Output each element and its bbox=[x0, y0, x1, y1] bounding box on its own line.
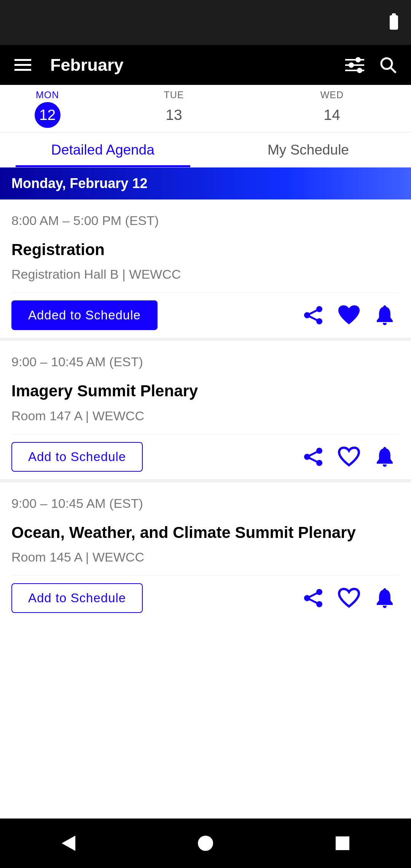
search-button[interactable] bbox=[373, 50, 403, 80]
day-tab-mon[interactable]: MON 12 bbox=[0, 85, 95, 132]
heart-outline-icon bbox=[338, 446, 360, 468]
session-title: Ocean, Weather, and Climate Summit Plena… bbox=[11, 523, 400, 542]
schedule-button[interactable]: Add to Schedule bbox=[11, 442, 143, 472]
svg-line-24 bbox=[307, 592, 319, 598]
session-actions: Added to Schedule bbox=[11, 292, 400, 338]
tab-detailed-agenda[interactable]: Detailed Agenda bbox=[0, 132, 206, 167]
session-time: 9:00 – 10:45 AM (EST) bbox=[11, 354, 400, 369]
session-time: 8:00 AM – 5:00 PM (EST) bbox=[11, 213, 400, 228]
svg-point-6 bbox=[349, 63, 353, 67]
session-list: 8:00 AM – 5:00 PM (EST) Registration Reg… bbox=[0, 199, 411, 621]
session-location: Room 147 A | WEWCC bbox=[11, 408, 400, 423]
session-time: 9:00 – 10:45 AM (EST) bbox=[11, 496, 400, 511]
svg-point-9 bbox=[381, 58, 392, 69]
day-label: WED bbox=[320, 89, 344, 101]
favorite-button[interactable] bbox=[336, 303, 362, 328]
session-actions: Add to Schedule bbox=[11, 434, 400, 479]
reminder-button[interactable] bbox=[372, 444, 397, 469]
day-number: 12 bbox=[35, 102, 61, 128]
svg-rect-1 bbox=[14, 64, 31, 66]
home-button[interactable] bbox=[194, 832, 217, 855]
circle-home-icon bbox=[198, 836, 213, 851]
session-location: Room 145 A | WEWCC bbox=[11, 550, 400, 565]
bell-icon bbox=[375, 587, 394, 609]
app-title: February bbox=[38, 55, 339, 75]
session-title: Imagery Summit Plenary bbox=[11, 381, 400, 400]
day-label: MON bbox=[36, 89, 59, 101]
svg-rect-27 bbox=[336, 836, 349, 850]
reminder-button[interactable] bbox=[372, 303, 397, 328]
svg-line-14 bbox=[307, 309, 319, 315]
share-button[interactable] bbox=[301, 303, 326, 328]
share-icon bbox=[303, 305, 324, 326]
recent-button[interactable] bbox=[331, 832, 354, 855]
session-location: Registration Hall B | WEWCC bbox=[11, 267, 400, 282]
date-header: Monday, February 12 bbox=[0, 168, 411, 199]
back-button[interactable] bbox=[57, 832, 80, 855]
day-label: TUE bbox=[164, 89, 184, 101]
session-title: Registration bbox=[11, 240, 400, 259]
battery-icon bbox=[390, 15, 398, 30]
svg-line-15 bbox=[307, 315, 319, 321]
view-tabs: Detailed Agenda My Schedule bbox=[0, 132, 411, 168]
day-tab-wed[interactable]: WED 14 bbox=[253, 85, 411, 132]
session-actions: Add to Schedule bbox=[11, 575, 400, 621]
svg-rect-2 bbox=[14, 69, 31, 71]
day-number: 14 bbox=[319, 102, 345, 128]
bell-icon bbox=[375, 446, 394, 468]
svg-point-4 bbox=[356, 58, 360, 62]
day-number: 13 bbox=[161, 102, 187, 128]
svg-line-25 bbox=[307, 598, 319, 604]
favorite-button[interactable] bbox=[336, 586, 362, 611]
tab-my-schedule[interactable]: My Schedule bbox=[206, 132, 411, 167]
schedule-button[interactable]: Add to Schedule bbox=[11, 583, 143, 613]
menu-button[interactable] bbox=[8, 50, 38, 80]
svg-point-26 bbox=[198, 836, 213, 851]
svg-line-10 bbox=[391, 68, 396, 73]
session-card[interactable]: 9:00 – 10:45 AM (EST) Imagery Summit Ple… bbox=[0, 341, 411, 479]
share-button[interactable] bbox=[301, 586, 326, 611]
day-tab-tue[interactable]: TUE 13 bbox=[95, 85, 253, 132]
svg-line-20 bbox=[307, 457, 319, 463]
search-icon bbox=[379, 56, 397, 74]
heart-outline-icon bbox=[338, 587, 360, 609]
hamburger-icon bbox=[14, 59, 31, 71]
favorite-button[interactable] bbox=[336, 444, 362, 469]
reminder-button[interactable] bbox=[372, 586, 397, 611]
status-bar bbox=[0, 0, 411, 45]
svg-rect-0 bbox=[14, 59, 31, 61]
schedule-button[interactable]: Added to Schedule bbox=[11, 300, 158, 330]
square-recent-icon bbox=[336, 836, 349, 850]
triangle-back-icon bbox=[62, 836, 75, 851]
share-icon bbox=[303, 446, 324, 468]
svg-point-8 bbox=[358, 69, 362, 72]
app-bar: February bbox=[0, 45, 411, 85]
bell-icon bbox=[375, 305, 394, 326]
day-tabs: MON 12 TUE 13 WED 14 bbox=[0, 85, 411, 132]
session-card[interactable]: 8:00 AM – 5:00 PM (EST) Registration Reg… bbox=[0, 199, 411, 338]
share-icon bbox=[303, 587, 324, 609]
filter-button[interactable] bbox=[339, 50, 370, 80]
share-button[interactable] bbox=[301, 444, 326, 469]
heart-filled-icon bbox=[338, 305, 360, 326]
system-nav-bar bbox=[0, 819, 411, 868]
sliders-icon bbox=[345, 57, 364, 73]
svg-line-19 bbox=[307, 451, 319, 457]
session-card[interactable]: 9:00 – 10:45 AM (EST) Ocean, Weather, an… bbox=[0, 482, 411, 621]
